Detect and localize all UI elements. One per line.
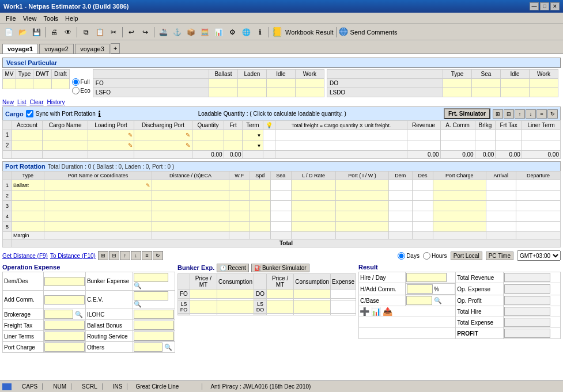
lsfo-laden-cell[interactable]	[237, 88, 266, 97]
port-row-2-ld-rate[interactable]	[291, 191, 335, 201]
cev-input-cell[interactable]: 🔍	[133, 291, 175, 309]
clear-vessel-button[interactable]: Clear	[30, 99, 44, 105]
cargo-row-1-frttax[interactable]	[496, 130, 522, 140]
calculator-icon-btn[interactable]: 🧮	[198, 26, 211, 39]
do-type-cell[interactable]	[443, 79, 471, 88]
type-input-cell[interactable]	[16, 79, 33, 89]
mv-input-cell[interactable]	[3, 79, 16, 89]
full-radio-label[interactable]: Full	[72, 78, 90, 86]
cargo-row-1-revenue[interactable]	[407, 130, 440, 140]
lsdo-idle-cell[interactable]	[500, 88, 529, 97]
cargo-row-2-acomm[interactable]	[440, 140, 475, 151]
port-row-4-port-iw[interactable]	[336, 211, 389, 222]
cbase-input[interactable]	[406, 296, 432, 305]
eco-radio[interactable]	[72, 87, 80, 94]
bunker-search-icon[interactable]: 🔍	[134, 282, 142, 289]
hours-radio-label[interactable]: Hours	[423, 252, 447, 260]
loadable-quantity-label[interactable]: Loadable Quantity : ( Click to calculate…	[103, 111, 441, 117]
cargo-row-2-name[interactable]	[42, 140, 88, 151]
add-comm-input-cell[interactable]	[43, 291, 85, 309]
freight-tax-input[interactable]	[44, 321, 85, 330]
port-row-3-portcharge[interactable]	[433, 201, 486, 211]
port-row-4-name[interactable]	[44, 211, 152, 222]
port-row-3-wf[interactable]	[229, 201, 250, 211]
port-row-5-spd[interactable]	[250, 222, 270, 232]
list-vessel-button[interactable]: List	[17, 99, 27, 105]
port-row-1-distance[interactable]	[152, 180, 229, 191]
port-row-1-name[interactable]: ✎	[44, 180, 152, 191]
draft-input-cell[interactable]	[52, 79, 70, 89]
do-work-cell[interactable]	[529, 79, 558, 88]
port-row-3-spd[interactable]	[250, 201, 270, 211]
port-row-5-name[interactable]	[44, 222, 152, 232]
workbook-result-btn[interactable]: 📒 Workbook Result	[271, 26, 334, 37]
bunker-lsdo-price[interactable]	[266, 300, 293, 314]
dist-icon-6[interactable]: ↻	[153, 251, 163, 260]
port-row-2-type[interactable]	[12, 191, 44, 201]
brokerage-search-icon[interactable]: 🔍	[75, 311, 83, 318]
bunker-fo-price[interactable]	[190, 290, 217, 299]
menu-help[interactable]: Help	[62, 14, 82, 23]
ship-icon-btn[interactable]: 🚢	[157, 26, 169, 39]
port-row-5-wf[interactable]	[229, 222, 250, 232]
fo-idle-cell[interactable]	[266, 79, 295, 88]
port-row-4-spd[interactable]	[250, 211, 270, 222]
port-row-2-name[interactable]	[44, 191, 152, 201]
undo-button[interactable]: ↩	[125, 26, 138, 39]
cargo-icon-btn[interactable]: 📦	[184, 26, 197, 39]
cargo-icon-5[interactable]: ≡	[536, 109, 547, 119]
close-button[interactable]: ✕	[550, 2, 560, 10]
chart-result-icon[interactable]: 📊	[371, 307, 381, 316]
cargo-row-1-brlkg[interactable]	[475, 130, 496, 140]
do-sea-cell[interactable]	[471, 79, 500, 88]
port-row-4-ld-rate[interactable]	[291, 211, 335, 222]
others-input[interactable]	[134, 342, 163, 352]
cargo-row-1-loading[interactable]: ✎	[88, 130, 134, 140]
maximize-button[interactable]: □	[540, 2, 549, 10]
routing-service-input[interactable]	[134, 332, 174, 341]
cargo-row-2-discharging[interactable]: ✎	[134, 140, 192, 151]
dist-icon-5[interactable]: ≡	[142, 251, 152, 260]
bunker-lsfo-consumption[interactable]	[217, 300, 254, 314]
cargo-row-2-term[interactable]: ▼	[243, 140, 263, 151]
cut-button[interactable]: ✂	[107, 26, 120, 39]
window-controls[interactable]: — □ ✕	[530, 2, 560, 10]
port-row-4-type[interactable]	[12, 211, 44, 222]
cargo-row-1-term[interactable]: ▼	[243, 130, 263, 140]
settings-icon-btn[interactable]: ⚙	[226, 26, 239, 39]
full-radio[interactable]	[72, 78, 80, 86]
cargo-row-1-linerterm[interactable]	[522, 130, 560, 140]
cargo-row-1-account[interactable]	[12, 130, 43, 140]
port-row-1-port-iw[interactable]	[336, 180, 389, 191]
port-row-3-type[interactable]	[12, 201, 44, 211]
dist-icon-1[interactable]: ⊞	[98, 251, 108, 260]
menu-file[interactable]: File	[2, 14, 20, 23]
dem-des-input-cell[interactable]	[43, 272, 85, 291]
cargo-row-2-frt[interactable]	[224, 140, 243, 151]
ballast-bonus-input-cell[interactable]	[133, 320, 175, 331]
cargo-row-2-revenue[interactable]	[407, 140, 440, 151]
dwt-input-cell[interactable]	[33, 79, 52, 89]
days-radio-label[interactable]: Days	[398, 252, 420, 260]
port-row-2-portcharge[interactable]	[433, 191, 486, 201]
preview-button[interactable]: 👁	[62, 26, 74, 39]
freight-tax-input-cell[interactable]	[43, 320, 85, 331]
port-row-5-type[interactable]	[12, 222, 44, 232]
add-comm-input[interactable]	[44, 295, 85, 305]
new-vessel-button[interactable]: New	[2, 99, 14, 105]
open-button[interactable]: 📂	[16, 26, 29, 39]
new-button[interactable]: 📄	[2, 26, 15, 39]
bunker-expense-input[interactable]	[134, 273, 168, 282]
port-row-1-wf[interactable]	[229, 180, 250, 191]
port-row-3-port-iw[interactable]	[336, 201, 389, 211]
cargo-icon-1[interactable]: ⊞	[493, 109, 503, 119]
recent-button[interactable]: 🕐 Recent	[217, 264, 249, 272]
bunker-simulator-button[interactable]: ⛽ Bunker Simulator	[251, 264, 309, 272]
brokerage-input[interactable]	[44, 310, 73, 319]
port-row-5-port-iw[interactable]	[336, 222, 389, 232]
globe-icon-btn[interactable]: 🌐	[240, 26, 252, 39]
tab-voyage2[interactable]: voyage2	[39, 44, 74, 54]
cargo-row-2-quantity[interactable]	[192, 140, 224, 151]
port-row-2-wf[interactable]	[229, 191, 250, 201]
port-row-3-name[interactable]	[44, 201, 152, 211]
